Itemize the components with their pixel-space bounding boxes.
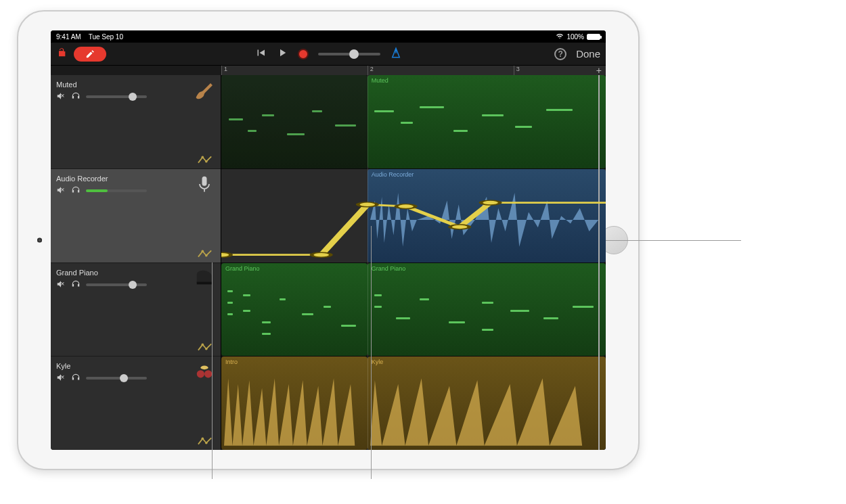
battery-icon xyxy=(587,34,600,40)
headphones-icon[interactable] xyxy=(71,373,81,384)
automation-toggle[interactable] xyxy=(198,155,213,164)
svg-point-3 xyxy=(202,250,204,252)
region-label: Audio Recorder xyxy=(372,171,414,178)
edit-toggle-button[interactable] xyxy=(74,47,106,62)
app-screen: 9:41 AM Tue Sep 10 100% xyxy=(51,30,606,450)
timeline-ruler[interactable]: 1 2 3 + xyxy=(221,66,606,75)
grand-piano-icon xyxy=(194,267,215,289)
svg-point-8 xyxy=(197,370,204,377)
ruler-mark: 3 xyxy=(514,66,520,75)
section-divider xyxy=(368,75,368,450)
svg-point-10 xyxy=(200,366,208,370)
ruler-mark: 2 xyxy=(368,66,374,75)
wifi-icon xyxy=(556,32,564,41)
automation-toggle[interactable] xyxy=(198,249,213,258)
region-label: Intro xyxy=(225,359,238,365)
ruler-mark: 1 xyxy=(221,66,227,75)
track-area[interactable]: Muted Audio Recorder xyxy=(221,75,606,450)
microphone-icon xyxy=(194,173,215,195)
add-section-button[interactable]: + xyxy=(596,65,602,76)
mute-icon[interactable] xyxy=(56,91,66,102)
transport-controls xyxy=(254,47,402,62)
svg-point-1 xyxy=(205,160,208,163)
lock-icon[interactable] xyxy=(56,47,67,61)
svg-point-14 xyxy=(311,252,330,257)
headphones-icon[interactable] xyxy=(71,185,81,196)
track-header-muted[interactable]: Muted xyxy=(51,75,221,169)
drum-kit-icon xyxy=(194,361,215,382)
track-headers-sidebar: Muted Audio Recorder xyxy=(51,75,221,450)
track-lane[interactable]: Audio Recorder xyxy=(221,169,606,263)
region[interactable] xyxy=(221,75,368,168)
bass-guitar-icon xyxy=(194,79,215,101)
svg-point-12 xyxy=(205,442,208,444)
region[interactable]: Kyle xyxy=(368,357,606,450)
track-name-label: Kyle xyxy=(56,362,215,370)
track-lane[interactable]: Grand Piano Grand Piano xyxy=(221,263,606,357)
track-header-kyle[interactable]: Kyle xyxy=(51,357,221,450)
mute-icon[interactable] xyxy=(56,279,66,290)
headphones-icon[interactable] xyxy=(71,279,81,290)
waveform xyxy=(370,369,603,446)
status-time: 9:41 AM xyxy=(56,33,81,41)
svg-rect-2 xyxy=(202,176,207,185)
track-lane[interactable]: Intro Kyle xyxy=(221,357,606,450)
headphones-icon[interactable] xyxy=(71,91,81,102)
region[interactable]: Intro xyxy=(221,357,368,450)
svg-point-0 xyxy=(202,156,204,158)
track-header-grand-piano[interactable]: Grand Piano xyxy=(51,263,221,357)
track-name-label: Audio Recorder xyxy=(56,175,215,183)
svg-point-9 xyxy=(204,370,212,377)
region[interactable]: Grand Piano xyxy=(368,263,606,357)
waveform xyxy=(224,369,365,446)
editor-area: Muted Audio Recorder xyxy=(51,75,606,450)
waveform xyxy=(370,181,603,258)
region-label: Muted xyxy=(372,77,388,84)
svg-rect-5 xyxy=(197,281,213,284)
svg-point-11 xyxy=(202,438,204,440)
automation-toggle[interactable] xyxy=(198,342,213,352)
automation-toggle[interactable] xyxy=(198,436,213,446)
help-button[interactable]: ? xyxy=(554,48,566,60)
status-date: Tue Sep 10 xyxy=(89,33,123,41)
region-label: Grand Piano xyxy=(372,265,406,272)
rewind-button[interactable] xyxy=(254,47,267,62)
region[interactable]: Muted xyxy=(368,75,606,168)
front-camera xyxy=(37,238,42,243)
track-name-label: Grand Piano xyxy=(56,269,215,277)
metronome-button[interactable] xyxy=(390,47,402,62)
mute-icon[interactable] xyxy=(56,373,66,384)
battery-pct: 100% xyxy=(566,33,584,41)
section-end-marker[interactable] xyxy=(598,75,600,450)
svg-point-13 xyxy=(221,252,231,257)
region-label: Kyle xyxy=(372,359,384,365)
master-volume-slider[interactable] xyxy=(318,53,380,55)
play-button[interactable] xyxy=(276,47,288,62)
ios-status-bar: 9:41 AM Tue Sep 10 100% xyxy=(51,30,606,43)
track-lane[interactable]: Muted xyxy=(221,75,606,169)
app-toolbar: ? Done xyxy=(51,43,606,66)
region[interactable]: Grand Piano xyxy=(221,263,368,357)
track-volume-slider[interactable] xyxy=(86,283,147,286)
track-volume-slider[interactable] xyxy=(86,95,147,98)
ipad-device-frame: 9:41 AM Tue Sep 10 100% xyxy=(17,10,640,470)
track-name-label: Muted xyxy=(56,81,215,89)
track-header-audio-recorder[interactable]: Audio Recorder xyxy=(51,169,221,263)
region-label: Grand Piano xyxy=(225,265,260,272)
track-volume-slider[interactable] xyxy=(86,189,147,192)
done-button[interactable]: Done xyxy=(576,48,600,60)
svg-point-4 xyxy=(205,254,208,256)
region[interactable]: Audio Recorder xyxy=(368,169,606,262)
svg-point-6 xyxy=(202,344,204,346)
mute-icon[interactable] xyxy=(56,185,66,196)
svg-point-7 xyxy=(205,348,208,350)
record-button[interactable] xyxy=(298,49,309,60)
track-volume-slider[interactable] xyxy=(86,377,147,380)
